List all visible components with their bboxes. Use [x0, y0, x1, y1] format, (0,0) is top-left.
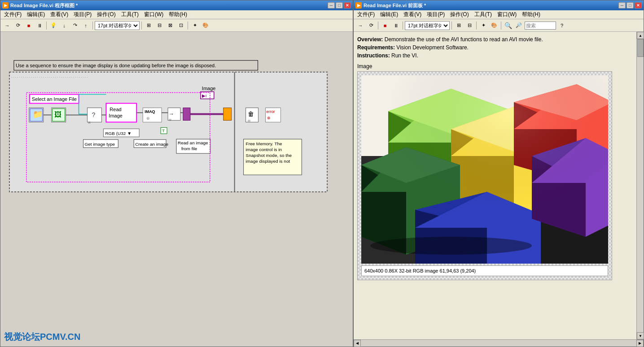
right-minimize-button[interactable]: ─	[618, 2, 626, 9]
step-into-btn[interactable]: ↓	[59, 21, 69, 30]
right-run-btn[interactable]: →	[355, 21, 365, 30]
scroll-up-btn[interactable]: ▲	[637, 32, 644, 39]
right-pause-btn[interactable]: ⏸	[391, 21, 401, 30]
svg-text:image control is in: image control is in	[246, 147, 282, 152]
align-btn[interactable]: ⊞	[144, 21, 153, 30]
right-abort-btn[interactable]: ■	[380, 21, 390, 30]
maximize-button[interactable]: □	[336, 2, 343, 9]
right-panel-grid: Overview: Demonstrate the use of the AVI…	[354, 32, 644, 339]
menu-file-right[interactable]: 文件(F)	[355, 10, 377, 19]
svg-text:Create an image: Create an image	[135, 142, 168, 147]
step-out-btn[interactable]: ↑	[81, 21, 91, 30]
minimize-button[interactable]: ─	[328, 2, 335, 9]
svg-text:Use a sequence to ensure the i: Use a sequence to ensure the image displ…	[16, 63, 216, 68]
svg-text:🖼: 🖼	[54, 111, 61, 118]
menu-operate-left[interactable]: 操作(O)	[94, 10, 118, 19]
clean-up-btn[interactable]: ✦	[190, 21, 200, 30]
run-continuously-btn[interactable]: ⟳	[13, 21, 23, 30]
menu-window-left[interactable]: 窗口(W)	[141, 10, 166, 19]
svg-text:RGB (U32 ▼: RGB (U32 ▼	[105, 131, 131, 136]
scroll-left-btn[interactable]: ◀	[354, 340, 361, 347]
zoom-in-btn[interactable]: 🔍	[503, 21, 513, 30]
svg-text:Image: Image	[109, 113, 123, 118]
menu-operate-right[interactable]: 操作(O)	[447, 10, 471, 19]
close-button[interactable]: ✕	[344, 2, 351, 9]
zoom-reset-btn[interactable]: 🔎	[514, 21, 524, 30]
svg-text:Image: Image	[202, 86, 216, 91]
block-diagram-svg: Use a sequence to ensure the image displ…	[0, 32, 353, 347]
image-display-container: 640x400 0.86X 32-bit RGB image 61,94,63 …	[357, 71, 612, 280]
scroll-right-btn[interactable]: ▶	[636, 340, 644, 347]
abort-btn[interactable]: ■	[24, 21, 34, 30]
svg-text:Read: Read	[110, 107, 121, 112]
svg-text:⊗: ⊗	[267, 116, 271, 120]
run-arrow-btn[interactable]: →	[2, 21, 12, 30]
menu-help-left[interactable]: 帮助(H)	[166, 10, 190, 19]
right-maximize-button[interactable]: □	[626, 2, 634, 9]
scroll-down-btn[interactable]: ▼	[637, 332, 644, 339]
right-dist-btn[interactable]: ⊟	[464, 21, 474, 30]
overview-section: Overview: Demonstrate the use of the AVI…	[357, 35, 633, 60]
menu-view-right[interactable]: 查看(V)	[401, 10, 424, 19]
palette-btn[interactable]: 🎨	[201, 21, 210, 30]
right-window-controls: ─ □ ✕	[618, 2, 642, 9]
distribute-btn[interactable]: ⊟	[154, 21, 164, 30]
svg-text:?: ?	[92, 111, 95, 118]
menu-file-left[interactable]: 文件(F)	[1, 10, 24, 19]
menu-project-right[interactable]: 项目(P)	[424, 10, 447, 19]
svg-text:from file: from file	[181, 146, 197, 151]
right-sep2	[403, 22, 403, 30]
reorder-btn[interactable]: ⊡	[176, 21, 186, 30]
svg-text:Select an Image File: Select an Image File	[32, 97, 77, 102]
menu-tools-left[interactable]: 工具(T)	[118, 10, 141, 19]
menu-edit-right[interactable]: 编辑(E)	[377, 10, 401, 19]
svg-rect-30	[223, 108, 232, 120]
menu-tools-right[interactable]: 工具(T)	[472, 10, 495, 19]
right-window-icon: ▶	[355, 2, 362, 9]
svg-text:Read an image: Read an image	[178, 140, 208, 145]
right-sep1	[378, 22, 378, 30]
right-menu-bar: 文件(F) 编辑(E) 查看(V) 项目(P) 操作(O) 工具(T) 窗口(W…	[354, 10, 644, 19]
right-sep3	[451, 22, 452, 30]
menu-project-left[interactable]: 项目(P)	[71, 10, 94, 19]
right-palette-btn[interactable]: 🎨	[489, 21, 499, 30]
image-section-label: Image	[357, 63, 633, 69]
menu-window-right[interactable]: 窗口(W)	[495, 10, 519, 19]
svg-text:⊕: ⊕	[146, 116, 150, 121]
scroll-thumb[interactable]	[637, 39, 644, 57]
front-panel-content: Overview: Demonstrate the use of the AVI…	[354, 32, 636, 339]
resize-btn[interactable]: ⊠	[165, 21, 175, 30]
font-selector-left[interactable]: 17pt 对话框字体	[95, 21, 140, 30]
font-selector-right[interactable]: 17pt 对话框字体	[405, 21, 450, 30]
right-align-btn[interactable]: ⊞	[454, 21, 464, 30]
svg-text:T: T	[162, 128, 165, 133]
right-clean-btn[interactable]: ✦	[478, 21, 488, 30]
colorful-blocks-svg	[361, 75, 608, 264]
left-window-title: Read Image File.vi 程序框图 *	[10, 2, 328, 9]
sep2	[92, 22, 93, 30]
sep1	[46, 22, 47, 30]
right-sep4	[476, 22, 477, 30]
right-toolbar: → ⟳ ■ ⏸ 17pt 对话框字体 ⊞ ⊟ ✦ 🎨 🔍 🔎 ?	[354, 19, 644, 32]
right-scrollbar[interactable]: ▲ ▼	[636, 32, 644, 339]
menu-edit-left[interactable]: 编辑(E)	[24, 10, 48, 19]
pause-btn[interactable]: ⏸	[35, 21, 44, 30]
svg-text:· · · · · · · · · · · · · · · : · · · · · · · · · · · · · · · · · · · · …	[11, 75, 88, 79]
left-window: ▶ Read Image File.vi 程序框图 * ─ □ ✕ 文件(F) …	[0, 0, 353, 347]
svg-text:Get image type: Get image type	[85, 142, 115, 147]
svg-text:✉: ✉	[88, 121, 91, 124]
highlight-btn[interactable]: 💡	[48, 21, 58, 30]
right-close-button[interactable]: ✕	[635, 2, 642, 9]
svg-rect-28	[183, 108, 190, 120]
search-input[interactable]	[525, 22, 556, 30]
svg-text:IMAQ: IMAQ	[145, 109, 155, 114]
svg-text:error: error	[266, 109, 275, 114]
svg-text:image displayed is not: image displayed is not	[246, 159, 290, 164]
help-btn[interactable]: ?	[557, 21, 567, 30]
menu-help-right[interactable]: 帮助(H)	[519, 10, 543, 19]
step-over-btn[interactable]: ↷	[70, 21, 80, 30]
menu-view-left[interactable]: 查看(V)	[48, 10, 71, 19]
right-title-bar: ▶ Read Image File.vi 前面板 * ─ □ ✕	[354, 0, 644, 10]
right-run-cont-btn[interactable]: ⟳	[366, 21, 376, 30]
blocks-image	[361, 75, 608, 264]
